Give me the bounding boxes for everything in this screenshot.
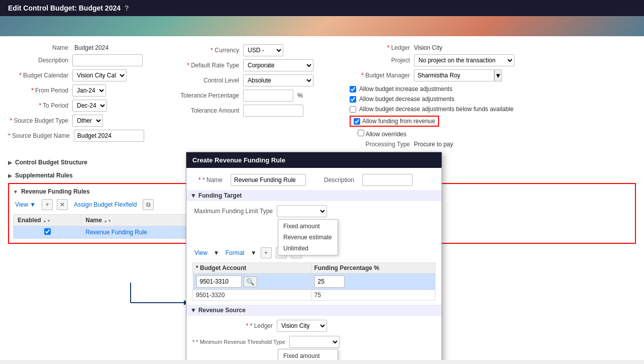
fixed-amount-option-2[interactable]: Fixed amount bbox=[278, 350, 338, 360]
fixed-amount-option-1[interactable]: Fixed amount bbox=[278, 221, 338, 232]
max-funding-limit-type-select[interactable] bbox=[277, 205, 327, 217]
view-button[interactable]: View ▼ bbox=[13, 200, 38, 209]
budget-calendar-label: Budget Calendar bbox=[8, 72, 68, 79]
ledger-label: Ledger bbox=[350, 44, 410, 51]
source-budget-type-row: Source Budget Type Other bbox=[8, 115, 169, 127]
budget-manager-input[interactable] bbox=[414, 69, 494, 81]
allow-budget-decrease-checkbox[interactable] bbox=[350, 96, 356, 103]
revenue-source-label: Revenue Source bbox=[198, 307, 246, 314]
ledger-row: Ledger Vision City bbox=[350, 44, 636, 51]
processing-type-value: Procure to pay bbox=[414, 141, 453, 148]
revenue-source-triangle: ▼ bbox=[190, 307, 196, 314]
help-icon[interactable]: ? bbox=[125, 4, 129, 12]
min-revenue-threshold-select[interactable] bbox=[289, 336, 340, 348]
allow-overrides-label: Allow overrides bbox=[366, 131, 406, 138]
modal-description-input[interactable] bbox=[362, 174, 412, 186]
max-funding-limit-type-row: Maximum Funding Limit Type bbox=[192, 205, 436, 217]
tolerance-amount-label: Tolerance Amount bbox=[179, 107, 239, 114]
tolerance-amount-input[interactable] bbox=[243, 105, 303, 117]
default-rate-type-select[interactable]: Corporate bbox=[243, 59, 313, 71]
remove-row-button[interactable]: ✕ bbox=[57, 199, 68, 210]
tolerance-percentage-input[interactable] bbox=[243, 89, 293, 102]
allow-overrides-checkbox[interactable] bbox=[358, 130, 364, 136]
min-revenue-threshold-label: * Minimum Revenue Threshold Type bbox=[192, 339, 285, 345]
account-input-1[interactable] bbox=[196, 276, 242, 288]
main-content: Name Budget 2024 Description Budget Cale… bbox=[0, 36, 644, 360]
assign-budget-flexfield-button[interactable]: Assign Budget Flexfield bbox=[72, 200, 139, 209]
project-select[interactable]: No project on the transaction bbox=[414, 54, 514, 66]
allow-budget-decrease-row: Allow budget decrease adjustments bbox=[350, 96, 636, 103]
default-rate-type-row: Default Rate Type Corporate bbox=[179, 59, 340, 71]
revenue-funding-triangle: ▼ bbox=[13, 189, 18, 195]
name-col-header: Name ▲▼ bbox=[81, 215, 196, 226]
revenue-estimate-option-1[interactable]: Revenue estimate bbox=[278, 232, 338, 243]
budget-manager-dropdown-btn[interactable]: ▼ bbox=[494, 69, 502, 81]
revenue-ledger-select[interactable]: Vision City bbox=[277, 320, 327, 332]
copy-button[interactable]: ⧉ bbox=[143, 199, 154, 210]
min-revenue-dropdown-popup: Fixed amount No minimum Revenue estimate bbox=[278, 349, 338, 360]
toolbar-sep-2: ▼ bbox=[251, 249, 257, 256]
right-column: Ledger Vision City Project No project on… bbox=[350, 44, 636, 151]
toolbar-sep-1: ▼ bbox=[213, 249, 220, 256]
title-bar: Edit Control Budget: Budget 2024 ? bbox=[0, 0, 644, 16]
add-row-button[interactable]: + bbox=[42, 199, 53, 210]
budget-manager-label: Budget Manager bbox=[350, 72, 410, 79]
budget-calendar-row: Budget Calendar Vision City Cal bbox=[8, 69, 169, 81]
control-budget-structure-label: Control Budget Structure bbox=[15, 159, 87, 166]
currency-select[interactable]: USD - bbox=[243, 44, 283, 56]
currency-row: Currency USD - bbox=[179, 44, 340, 56]
to-period-select[interactable]: Dec-24 bbox=[72, 100, 107, 112]
tolerance-percentage-row: Tolerance Percentage % bbox=[179, 89, 340, 102]
funding-target-label: Funding Target bbox=[198, 192, 242, 199]
checkboxes-area: Allow budget increase adjustments Allow … bbox=[350, 85, 636, 148]
allow-overrides-row: Allow overrides bbox=[350, 130, 636, 138]
decorative-header bbox=[0, 16, 644, 36]
budget-account-header-row: * Budget Account Funding Percentage % bbox=[193, 263, 436, 274]
page-title: Edit Control Budget: Budget 2024 bbox=[8, 4, 121, 12]
source-budget-type-select[interactable]: Other bbox=[72, 115, 103, 127]
modal-description-label: Description bbox=[314, 176, 354, 184]
description-input[interactable] bbox=[72, 54, 143, 66]
percent-sign: % bbox=[297, 92, 303, 99]
revenue-funding-rule-link[interactable]: Revenue Funding Rule bbox=[85, 229, 147, 236]
control-level-row: Control Level Absolute bbox=[179, 74, 340, 86]
modal-title: Create Revenue Funding Rule bbox=[192, 156, 285, 164]
allow-budget-decrease-below-funds-checkbox[interactable] bbox=[350, 106, 356, 113]
supplemental-rules-label: Supplemental Rules bbox=[15, 172, 73, 179]
allow-funding-from-revenue-label: Allow funding from revenue bbox=[362, 118, 435, 125]
allow-budget-decrease-below-funds-label: Allow budget decrease adjustments below … bbox=[359, 106, 514, 113]
control-level-select[interactable]: Absolute bbox=[243, 74, 313, 86]
funding-format-button[interactable]: Format bbox=[224, 248, 247, 257]
default-rate-type-label: Default Rate Type bbox=[179, 62, 239, 69]
source-budget-name-row: Source Budget Name bbox=[8, 130, 169, 142]
min-revenue-dropdown-list: Fixed amount No minimum Revenue estimate bbox=[278, 349, 338, 360]
budget-calendar-select[interactable]: Vision City Cal bbox=[72, 69, 127, 81]
allow-funding-from-revenue-checkbox[interactable] bbox=[354, 118, 360, 125]
account-search-btn-1[interactable]: 🔍 bbox=[244, 277, 257, 287]
create-revenue-funding-modal: Create Revenue Funding Rule * Name Descr… bbox=[186, 152, 442, 360]
source-budget-name-input[interactable] bbox=[74, 130, 144, 142]
ledger-value: Vision City bbox=[414, 44, 442, 51]
processing-type-row: Processing Type Procure to pay bbox=[350, 141, 636, 148]
modal-name-input[interactable] bbox=[231, 174, 306, 186]
overrides-indent: Allow overrides bbox=[358, 130, 406, 138]
from-period-label: From Period bbox=[8, 87, 68, 94]
account-cell-2: 9501-3320 bbox=[193, 290, 311, 301]
budget-manager-row: Budget Manager ▼ bbox=[350, 69, 636, 81]
modal-title-bar: Create Revenue Funding Rule bbox=[186, 152, 442, 168]
funding-view-button[interactable]: View bbox=[192, 248, 209, 257]
unlimited-option[interactable]: Unlimited bbox=[278, 243, 338, 254]
max-funding-limit-type-label: Maximum Funding Limit Type bbox=[192, 208, 273, 215]
allow-budget-increase-checkbox[interactable] bbox=[350, 86, 356, 93]
revenue-funding-rules-label: Revenue Funding Rules bbox=[21, 188, 90, 195]
project-row: Project No project on the transaction bbox=[350, 54, 636, 66]
control-budget-triangle: ▶ bbox=[8, 160, 12, 165]
budget-account-row-2: 9501-3320 75 bbox=[193, 290, 436, 301]
revenue-source-header: ▼ Revenue Source bbox=[186, 305, 442, 316]
to-period-label: To Period bbox=[8, 102, 68, 109]
allow-budget-increase-row: Allow budget increase adjustments bbox=[350, 85, 636, 93]
funding-add-button[interactable]: + bbox=[261, 247, 272, 258]
from-period-select[interactable]: Jan-24 bbox=[72, 84, 106, 97]
percentage-input-1[interactable] bbox=[314, 276, 345, 288]
enabled-checkbox[interactable] bbox=[44, 228, 51, 235]
